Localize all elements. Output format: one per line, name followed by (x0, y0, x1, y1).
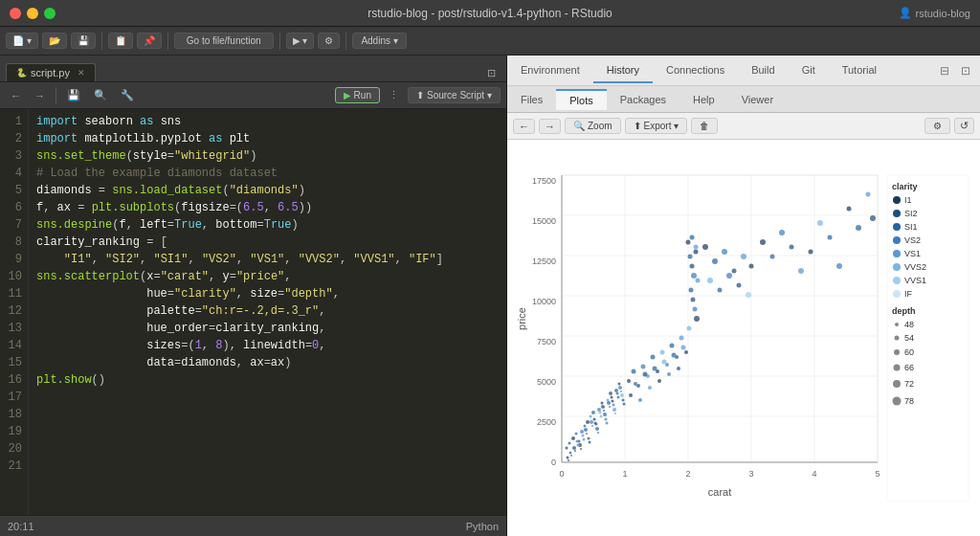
svg-point-134 (617, 396, 620, 399)
find-button[interactable]: 🔍 (89, 87, 112, 103)
code-area[interactable]: 12345 678910 1112131415 1617181920 21 im… (0, 109, 506, 515)
svg-point-24 (591, 411, 595, 414)
svg-point-132 (612, 400, 614, 403)
code-editor[interactable]: import seaborn as sns import matplotlib.… (29, 109, 506, 515)
subtab-help[interactable]: Help (679, 90, 728, 109)
svg-point-165 (893, 250, 901, 257)
svg-point-44 (593, 418, 596, 421)
code-line-15: palette="ch:r=-.2,d=.3_r", (36, 302, 499, 320)
main-toolbar: 📄 ▾ 📂 💾 📋 📌 Go to file/function ▶ ▾ ⚙ Ad… (0, 27, 980, 56)
plot-options-button[interactable]: ⚙ (924, 118, 950, 134)
forward-button[interactable]: → (30, 88, 50, 103)
subtab-plots[interactable]: Plots (556, 89, 606, 110)
svg-text:0: 0 (551, 458, 556, 467)
svg-point-62 (660, 350, 665, 355)
svg-point-52 (616, 392, 619, 395)
settings-button[interactable]: ⚙ (318, 33, 340, 49)
tab-build[interactable]: Build (738, 58, 788, 83)
save-button[interactable]: 💾 (71, 33, 96, 49)
svg-text:72: 72 (904, 379, 914, 389)
code-line-10: clarity_ranking = [ (36, 234, 499, 251)
right-panel-minimize[interactable]: ⊟ (936, 62, 953, 79)
new-file-button[interactable]: 📄 ▾ (6, 33, 38, 49)
paste-button[interactable]: 📌 (137, 33, 162, 49)
svg-point-28 (603, 413, 607, 416)
svg-point-120 (577, 444, 580, 447)
line-numbers: 12345 678910 1112131415 1617181920 21 (0, 109, 29, 515)
username: rstudio-blog (916, 8, 970, 19)
code-line-3: sns.set_theme(style="whitegrid") (36, 147, 499, 165)
tab-connections[interactable]: Connections (653, 58, 738, 83)
open-file-button[interactable]: 📂 (42, 33, 67, 49)
tab-environment[interactable]: Environment (507, 58, 593, 83)
svg-point-48 (605, 418, 608, 421)
run-button[interactable]: ▶ Run (335, 87, 380, 103)
svg-text:VS1: VS1 (904, 249, 921, 258)
export-button[interactable]: ⬆ Export ▾ (625, 118, 688, 134)
svg-point-178 (894, 349, 900, 355)
svg-text:54: 54 (904, 333, 914, 343)
source-chevron: ▾ (487, 90, 492, 100)
subtab-files[interactable]: Files (507, 90, 556, 109)
subtab-viewer[interactable]: Viewer (728, 90, 787, 109)
svg-point-70 (638, 398, 642, 402)
svg-text:12500: 12500 (532, 257, 556, 266)
svg-text:17500: 17500 (532, 176, 556, 186)
svg-point-84 (694, 250, 699, 255)
svg-text:4: 4 (812, 469, 816, 479)
minimize-button[interactable] (27, 8, 38, 19)
plot-forward-button[interactable]: → (539, 119, 561, 134)
tab-close-icon[interactable]: ✕ (78, 68, 85, 78)
svg-point-89 (694, 316, 700, 322)
svg-point-75 (662, 360, 667, 365)
tab-git[interactable]: Git (789, 58, 829, 83)
svg-text:2500: 2500 (537, 417, 556, 427)
addins-button[interactable]: Addins ▾ (352, 33, 406, 49)
remove-plot-button[interactable]: 🗑 (691, 118, 718, 134)
svg-point-109 (809, 250, 813, 255)
back-button[interactable]: ← (6, 88, 26, 103)
tab-tutorial[interactable]: Tutorial (829, 58, 890, 83)
svg-point-124 (589, 441, 591, 444)
right-panel-maximize[interactable]: ⊡ (957, 62, 974, 79)
source-button[interactable]: ⬆ Source Script ▾ (408, 87, 501, 103)
svg-point-125 (591, 425, 593, 427)
svg-point-167 (893, 263, 901, 271)
plot-refresh-button[interactable]: ↺ (954, 118, 974, 134)
tools-button[interactable]: 🔧 (116, 87, 139, 103)
svg-point-67 (684, 350, 688, 354)
script-tab[interactable]: 🐍 script.py ✕ (6, 63, 96, 81)
addins-chevron: ▾ (393, 35, 398, 46)
svg-text:depth: depth (892, 306, 916, 316)
goto-button[interactable]: Go to file/function (174, 33, 274, 49)
maximize-button[interactable] (44, 8, 56, 19)
run-toolbar-button[interactable]: ▶ ▾ (286, 33, 315, 49)
separator-2 (167, 33, 168, 50)
svg-point-122 (583, 438, 586, 441)
save-editor-button[interactable]: 💾 (62, 87, 85, 103)
svg-point-128 (600, 415, 603, 418)
right-tab-actions: ⊟ ⊡ (936, 62, 980, 79)
svg-text:10000: 10000 (532, 297, 556, 306)
user-info: 👤 rstudio-blog (899, 7, 970, 19)
svg-point-78 (677, 367, 680, 370)
maximize-editor-button[interactable]: ⊡ (482, 65, 501, 81)
plot-back-button[interactable]: ← (513, 119, 535, 134)
close-button[interactable] (10, 8, 21, 19)
svg-point-100 (718, 288, 723, 293)
svg-text:SI2: SI2 (904, 209, 918, 218)
tab-history[interactable]: History (593, 58, 653, 83)
run-options-button[interactable]: ⋮ (384, 87, 404, 103)
separator-3 (279, 33, 280, 50)
svg-point-46 (599, 412, 602, 414)
svg-point-51 (612, 408, 616, 412)
svg-point-99 (707, 278, 713, 283)
copy-button[interactable]: 📋 (108, 33, 133, 49)
svg-text:5: 5 (875, 469, 880, 479)
zoom-button[interactable]: 🔍 Zoom (565, 118, 621, 134)
svg-point-36 (569, 452, 572, 455)
svg-point-83 (691, 273, 697, 279)
svg-text:60: 60 (904, 347, 914, 357)
code-line-13: sns.scatterplot(x="carat", y="price", (36, 268, 499, 285)
subtab-packages[interactable]: Packages (607, 90, 679, 109)
